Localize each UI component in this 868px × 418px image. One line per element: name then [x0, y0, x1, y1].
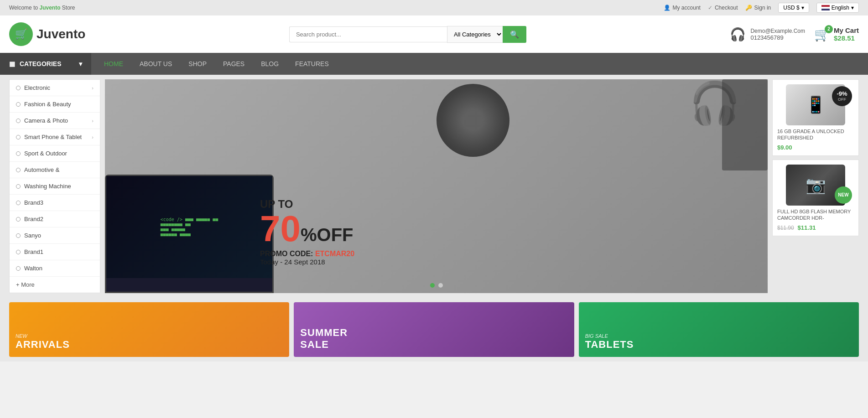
dot-icon [16, 250, 21, 254]
dot-icon [16, 168, 21, 172]
sidebar-label-walton: Walton [24, 265, 42, 272]
cart-info: My Cart $28.51 [834, 26, 859, 42]
slider-date: Today - 24 Sept 2018 [260, 258, 354, 266]
categories-chevron: ▾ [79, 60, 82, 67]
sidebar-item-sanyo[interactable]: Sanyo [10, 227, 100, 244]
banner-summer[interactable]: SUMMERSALE [294, 302, 574, 357]
sidebar-item-smartphone[interactable]: Smart Phone & Tablet › [10, 129, 100, 145]
sidebar-label-smartphone: Smart Phone & Tablet [24, 134, 82, 140]
dot-icon [16, 233, 21, 238]
discount-percent: -9% [837, 90, 847, 98]
signin-link[interactable]: Sign in [745, 5, 771, 11]
top-bar-right: My account Checkout Sign in USD $ ▾ Engl… [664, 3, 859, 13]
sidebar-item-brand1[interactable]: Brand1 [10, 244, 100, 260]
sidebar-label-fashion: Fashion & Beauty [24, 101, 71, 108]
nav-about[interactable]: ABOUT US [131, 53, 180, 75]
discount-badge-phone: -9% OFF [832, 86, 852, 106]
nav-home[interactable]: HOME [96, 53, 131, 75]
product-img-wrap-camera: NEW [777, 165, 854, 206]
sidebar-label-camera: Camera & Photo [24, 117, 68, 124]
cart-badge: 2 [825, 25, 833, 33]
banner-arrivals[interactable]: NEW ARRIVALS [9, 302, 289, 357]
search-input[interactable] [289, 26, 447, 42]
sidebar-item-walton[interactable]: Walton [10, 260, 100, 277]
dot-icon [16, 135, 21, 139]
banner-arrivals-text: NEW ARRIVALS [16, 333, 70, 351]
contact-details: Demo@Example.Com 0123456789 [750, 28, 805, 41]
slider-promo-label: PROMO CODE: [260, 250, 313, 258]
product-img-wrap-phone: -9% OFF [777, 84, 854, 125]
navbar: CATEGORIES ▾ HOME ABOUT US SHOP PAGES BL… [0, 53, 868, 75]
sidebar-item-fashion[interactable]: Fashion & Beauty [10, 96, 100, 113]
sidebar-label-automotive: Automotive & [24, 166, 59, 173]
product-new-price-camera: $11.31 [798, 224, 816, 231]
contact-info: 🎧 Demo@Example.Com 0123456789 [730, 27, 805, 42]
checkout-link[interactable]: Checkout [708, 5, 738, 11]
arrow-icon: › [92, 85, 94, 91]
slider-percent-line: 70%OFF [260, 211, 354, 247]
speaker-decoration [722, 79, 768, 170]
sidebar-item-electronic[interactable]: Electronic › [10, 80, 100, 96]
product-name-phone: 16 GB GRADE A UNLOCKED REFURBISHED [777, 128, 854, 141]
sidebar: Electronic › Fashion & Beauty Camera & P… [9, 79, 100, 293]
category-select[interactable]: All Categories [447, 26, 503, 43]
nav-shop[interactable]: SHOP [180, 53, 215, 75]
laptop-screen: <code /> ■■■ ■■■■■ ■■■■■■■■■■ ■■■■■ ■■■■… [106, 176, 272, 278]
banner-arrivals-sub: NEW [16, 333, 70, 339]
search-button[interactable]: 🔍 [503, 26, 526, 43]
cart-area[interactable]: 🛒 2 My Cart $28.51 [814, 26, 859, 42]
sidebar-item-automotive[interactable]: Automotive & [10, 162, 100, 178]
check-icon [708, 5, 712, 11]
sidebar-label-electronic: Electronic [24, 84, 50, 91]
dot-icon [16, 102, 21, 107]
categories-button[interactable]: CATEGORIES ▾ [0, 53, 91, 75]
sidebar-label-brand3: Brand3 [24, 199, 43, 206]
slider-promo-line: PROMO CODE: ETCMAR20 [260, 250, 354, 258]
header-right: 🎧 Demo@Example.Com 0123456789 🛒 2 My Car… [730, 26, 859, 42]
logo[interactable]: 🛒 Juvento [9, 22, 85, 46]
logo-text: Juvento [36, 27, 85, 41]
slider-promo-code: ETCMAR20 [315, 250, 354, 258]
contact-phone: 0123456789 [750, 34, 805, 41]
currency-selector[interactable]: USD $ ▾ [778, 3, 809, 13]
dot-icon [16, 184, 21, 189]
slider-dot-2[interactable] [438, 283, 443, 288]
currency-chevron: ▾ [801, 5, 804, 11]
sidebar-more-button[interactable]: + More [10, 277, 100, 293]
sidebar-item-washing[interactable]: Washing Machine [10, 178, 100, 195]
banner-tablets[interactable]: BIG SALE TABLETS [579, 302, 859, 357]
sidebar-label-brand2: Brand2 [24, 216, 43, 222]
sidebar-item-sport[interactable]: Sport & Outdoor [10, 145, 100, 162]
my-account-link[interactable]: My account [664, 5, 701, 11]
dot-icon [16, 119, 21, 123]
nav-blog[interactable]: BLOG [253, 53, 287, 75]
sidebar-item-camera[interactable]: Camera & Photo › [10, 113, 100, 129]
header: 🛒 Juvento All Categories 🔍 🎧 Demo@Exampl… [0, 15, 868, 53]
welcome-text: Welcome to [9, 5, 39, 11]
slider-dots [430, 283, 443, 288]
hero-slider: 🎧 <code /> ■■■ ■■■■■ ■■■■■■■■■■ ■■■■■ ■■… [105, 79, 768, 293]
sidebar-label-sport: Sport & Outdoor [24, 150, 67, 157]
nav-features[interactable]: FEATURES [287, 53, 337, 75]
sidebar-item-brand2[interactable]: Brand2 [10, 211, 100, 227]
bottom-banners: NEW ARRIVALS SUMMERSALE BIG SALE TABLETS [0, 298, 868, 361]
arrow-icon: › [92, 118, 94, 124]
banner-arrivals-title: ARRIVALS [16, 339, 70, 351]
my-account-label: My account [673, 5, 701, 11]
slider-dot-1[interactable] [430, 283, 435, 288]
arrow-icon: › [92, 134, 94, 140]
brand-link[interactable]: Juvento [39, 5, 60, 11]
sidebar-item-brand3[interactable]: Brand3 [10, 195, 100, 211]
new-badge-camera: NEW [835, 186, 852, 204]
sidebar-label-brand1: Brand1 [24, 248, 43, 255]
contact-email: Demo@Example.Com [750, 28, 805, 34]
nav-pages[interactable]: PAGES [215, 53, 253, 75]
grid-icon [9, 60, 15, 67]
top-bar: Welcome to Juvento Store My account Chec… [0, 0, 868, 15]
language-selector[interactable]: English ▾ [816, 3, 859, 13]
product-panel: -9% OFF 16 GB GRADE A UNLOCKED REFURBISH… [772, 79, 859, 293]
logo-icon: 🛒 [9, 22, 33, 46]
banner-tablets-sub: BIG SALE [585, 333, 634, 339]
slider-percent: 70 [260, 208, 301, 249]
cart-price: $28.51 [834, 34, 859, 42]
